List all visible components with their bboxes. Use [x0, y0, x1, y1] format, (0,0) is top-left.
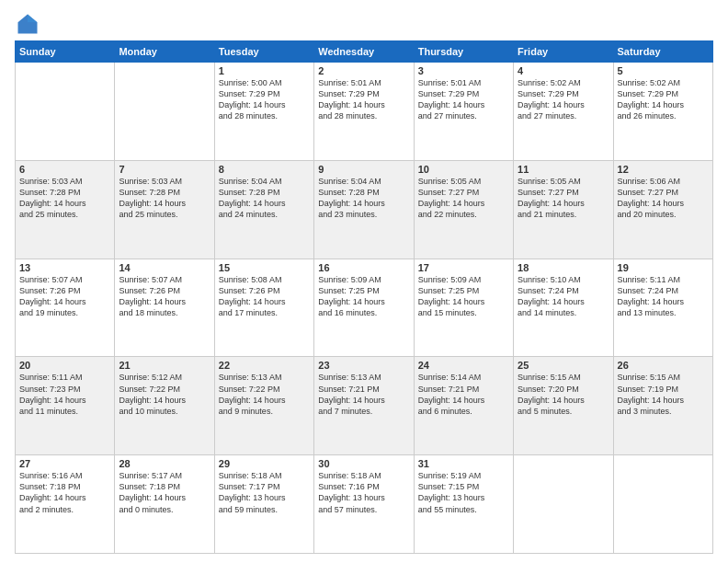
day-number: 23 [318, 360, 409, 371]
weekday-header-tuesday: Tuesday [214, 41, 313, 63]
calendar-cell [16, 63, 115, 161]
calendar-cell: 7Sunrise: 5:03 AMSunset: 7:28 PMDaylight… [115, 160, 214, 259]
calendar-cell: 26Sunrise: 5:15 AMSunset: 7:19 PMDayligh… [613, 357, 712, 455]
day-content: Sunrise: 5:19 AMSunset: 7:15 PMDaylight:… [418, 470, 509, 515]
day-content: Sunrise: 5:09 AMSunset: 7:25 PMDaylight:… [418, 274, 509, 319]
calendar-cell [115, 63, 214, 161]
weekday-header-monday: Monday [115, 41, 214, 63]
day-number: 31 [418, 458, 509, 469]
day-content: Sunrise: 5:07 AMSunset: 7:26 PMDaylight:… [19, 274, 110, 319]
calendar-cell: 8Sunrise: 5:04 AMSunset: 7:28 PMDaylight… [214, 160, 313, 259]
calendar-cell: 5Sunrise: 5:02 AMSunset: 7:29 PMDaylight… [613, 63, 712, 161]
day-number: 24 [418, 360, 509, 371]
day-number: 1 [219, 65, 310, 76]
day-content: Sunrise: 5:05 AMSunset: 7:27 PMDaylight:… [518, 176, 609, 221]
day-number: 28 [119, 458, 210, 469]
day-number: 14 [119, 262, 210, 273]
calendar-cell: 17Sunrise: 5:09 AMSunset: 7:25 PMDayligh… [414, 259, 513, 357]
calendar-cell: 19Sunrise: 5:11 AMSunset: 7:24 PMDayligh… [613, 259, 712, 357]
calendar-header: SundayMondayTuesdayWednesdayThursdayFrid… [16, 41, 713, 63]
day-content: Sunrise: 5:03 AMSunset: 7:28 PMDaylight:… [119, 176, 210, 221]
day-content: Sunrise: 5:13 AMSunset: 7:21 PMDaylight:… [318, 372, 409, 417]
calendar-cell: 30Sunrise: 5:18 AMSunset: 7:16 PMDayligh… [314, 455, 414, 554]
day-number: 5 [618, 65, 709, 76]
calendar-table: SundayMondayTuesdayWednesdayThursdayFrid… [15, 40, 713, 554]
logo-icon [15, 11, 40, 37]
day-content: Sunrise: 5:02 AMSunset: 7:29 PMDaylight:… [618, 77, 709, 122]
day-number: 13 [19, 262, 110, 273]
calendar-cell: 24Sunrise: 5:14 AMSunset: 7:21 PMDayligh… [414, 357, 513, 455]
day-number: 26 [618, 360, 709, 371]
header [15, 11, 713, 37]
weekday-header-sunday: Sunday [16, 41, 115, 63]
calendar-week-row: 20Sunrise: 5:11 AMSunset: 7:23 PMDayligh… [16, 357, 713, 455]
day-number: 20 [19, 360, 110, 371]
weekday-header-saturday: Saturday [613, 41, 712, 63]
day-number: 3 [418, 65, 509, 76]
day-content: Sunrise: 5:03 AMSunset: 7:28 PMDaylight:… [19, 176, 110, 221]
calendar-cell: 18Sunrise: 5:10 AMSunset: 7:24 PMDayligh… [514, 259, 613, 357]
calendar-cell: 10Sunrise: 5:05 AMSunset: 7:27 PMDayligh… [414, 160, 513, 259]
day-number: 30 [318, 458, 409, 469]
day-number: 11 [518, 164, 609, 175]
calendar-cell: 12Sunrise: 5:06 AMSunset: 7:27 PMDayligh… [613, 160, 712, 259]
calendar-cell: 1Sunrise: 5:00 AMSunset: 7:29 PMDaylight… [214, 63, 313, 161]
calendar-cell [613, 455, 712, 554]
calendar-cell: 11Sunrise: 5:05 AMSunset: 7:27 PMDayligh… [514, 160, 613, 259]
day-content: Sunrise: 5:11 AMSunset: 7:23 PMDaylight:… [19, 372, 110, 417]
calendar-cell: 14Sunrise: 5:07 AMSunset: 7:26 PMDayligh… [115, 259, 214, 357]
day-content: Sunrise: 5:16 AMSunset: 7:18 PMDaylight:… [19, 470, 110, 515]
day-content: Sunrise: 5:18 AMSunset: 7:16 PMDaylight:… [318, 470, 409, 515]
calendar-week-row: 27Sunrise: 5:16 AMSunset: 7:18 PMDayligh… [16, 455, 713, 554]
day-number: 2 [318, 65, 409, 76]
day-content: Sunrise: 5:08 AMSunset: 7:26 PMDaylight:… [219, 274, 310, 319]
calendar-cell [514, 455, 613, 554]
day-number: 21 [119, 360, 210, 371]
day-number: 8 [219, 164, 310, 175]
calendar-cell: 20Sunrise: 5:11 AMSunset: 7:23 PMDayligh… [16, 357, 115, 455]
calendar-cell: 28Sunrise: 5:17 AMSunset: 7:18 PMDayligh… [115, 455, 214, 554]
day-content: Sunrise: 5:13 AMSunset: 7:22 PMDaylight:… [219, 372, 310, 417]
day-number: 9 [318, 164, 409, 175]
day-content: Sunrise: 5:09 AMSunset: 7:25 PMDaylight:… [318, 274, 409, 319]
calendar-cell: 3Sunrise: 5:01 AMSunset: 7:29 PMDaylight… [414, 63, 513, 161]
day-number: 29 [219, 458, 310, 469]
day-content: Sunrise: 5:07 AMSunset: 7:26 PMDaylight:… [119, 274, 210, 319]
day-content: Sunrise: 5:04 AMSunset: 7:28 PMDaylight:… [219, 176, 310, 221]
day-number: 22 [219, 360, 310, 371]
calendar-cell: 4Sunrise: 5:02 AMSunset: 7:29 PMDaylight… [514, 63, 613, 161]
weekday-header-row: SundayMondayTuesdayWednesdayThursdayFrid… [16, 41, 713, 63]
calendar-week-row: 6Sunrise: 5:03 AMSunset: 7:28 PMDaylight… [16, 160, 713, 259]
day-content: Sunrise: 5:06 AMSunset: 7:27 PMDaylight:… [618, 176, 709, 221]
weekday-header-wednesday: Wednesday [314, 41, 414, 63]
day-content: Sunrise: 5:14 AMSunset: 7:21 PMDaylight:… [418, 372, 509, 417]
day-content: Sunrise: 5:15 AMSunset: 7:19 PMDaylight:… [618, 372, 709, 417]
calendar-cell: 2Sunrise: 5:01 AMSunset: 7:29 PMDaylight… [314, 63, 414, 161]
day-number: 10 [418, 164, 509, 175]
calendar-cell: 16Sunrise: 5:09 AMSunset: 7:25 PMDayligh… [314, 259, 414, 357]
calendar-cell: 15Sunrise: 5:08 AMSunset: 7:26 PMDayligh… [214, 259, 313, 357]
calendar-cell: 23Sunrise: 5:13 AMSunset: 7:21 PMDayligh… [314, 357, 414, 455]
day-content: Sunrise: 5:01 AMSunset: 7:29 PMDaylight:… [318, 77, 409, 122]
calendar-week-row: 1Sunrise: 5:00 AMSunset: 7:29 PMDaylight… [16, 63, 713, 161]
calendar-cell: 29Sunrise: 5:18 AMSunset: 7:17 PMDayligh… [214, 455, 313, 554]
page: SundayMondayTuesdayWednesdayThursdayFrid… [0, 0, 728, 563]
day-number: 16 [318, 262, 409, 273]
day-content: Sunrise: 5:15 AMSunset: 7:20 PMDaylight:… [518, 372, 609, 417]
day-number: 4 [518, 65, 609, 76]
day-content: Sunrise: 5:05 AMSunset: 7:27 PMDaylight:… [418, 176, 509, 221]
day-content: Sunrise: 5:01 AMSunset: 7:29 PMDaylight:… [418, 77, 509, 122]
weekday-header-thursday: Thursday [414, 41, 513, 63]
calendar-cell: 25Sunrise: 5:15 AMSunset: 7:20 PMDayligh… [514, 357, 613, 455]
day-content: Sunrise: 5:18 AMSunset: 7:17 PMDaylight:… [219, 470, 310, 515]
day-number: 15 [219, 262, 310, 273]
calendar-cell: 22Sunrise: 5:13 AMSunset: 7:22 PMDayligh… [214, 357, 313, 455]
svg-marker-1 [28, 15, 38, 23]
weekday-header-friday: Friday [514, 41, 613, 63]
day-content: Sunrise: 5:12 AMSunset: 7:22 PMDaylight:… [119, 372, 210, 417]
calendar-body: 1Sunrise: 5:00 AMSunset: 7:29 PMDaylight… [16, 63, 713, 554]
calendar-cell: 9Sunrise: 5:04 AMSunset: 7:28 PMDaylight… [314, 160, 414, 259]
calendar-week-row: 13Sunrise: 5:07 AMSunset: 7:26 PMDayligh… [16, 259, 713, 357]
day-number: 17 [418, 262, 509, 273]
logo [15, 11, 44, 37]
